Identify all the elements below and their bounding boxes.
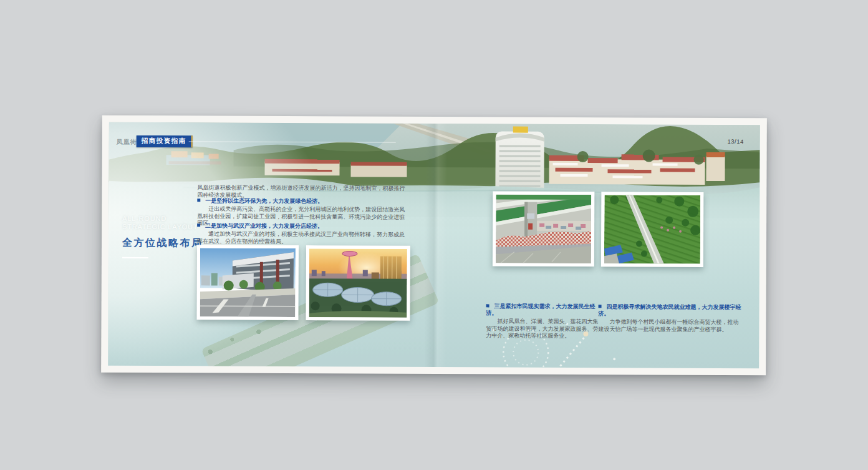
section-heading: 三是紧扣市民现实需求，大力发展民生经济。	[486, 303, 600, 317]
investment-guide-badge: 招商投资指南	[137, 135, 193, 147]
section-body: 抓好凤凰台、洋澜、菜园头、莲花四大集贸市场的建设和管理，大力发展家政服务、劳力中…	[486, 318, 599, 340]
page-number: 13/14	[727, 138, 743, 145]
title-underline	[122, 257, 148, 258]
bullet-square-icon	[197, 223, 200, 227]
section-body: 力争做到每个村民小组都有一幢综合商贸大楼，推动建设天怡广场等一批现代服务业聚集的…	[598, 318, 741, 333]
section-body: 通过加快与武汉产业的对接，积极主动承接武汉三产业向鄂州转移，努力形成总部在武汉、…	[197, 230, 405, 245]
bullet-square-icon	[599, 305, 602, 308]
section-branch-economy: 二是加快与武汉产业对接，大力发展分店经济。 通过加快与武汉产业的对接，积极主动承…	[197, 222, 405, 245]
bullet-square-icon	[197, 198, 200, 202]
photo-farmland-road	[601, 192, 704, 267]
section-heading-text: 四是积极寻求解决失地农民就业难题，大力发展楼宇经济。	[599, 303, 741, 316]
photo-sunset-plaza	[306, 245, 410, 321]
section-livelihood-economy: 三是紧扣市民现实需求，大力发展民生经济。 抓好凤凰台、洋澜、菜园头、莲花四大集贸…	[486, 303, 599, 340]
section-heading-text: 三是紧扣市民现实需求，大力发展民生经济。	[486, 303, 596, 316]
photo-industrial-park-street	[196, 245, 299, 320]
section-heading: 四是积极寻求解决失地农民就业难题，大力发展楼宇经济。	[599, 303, 742, 318]
spread-printed-area: 凤凰街道 招商投资指南 13/14 ALL-ROUND STRATEGIC LA…	[108, 122, 760, 369]
section-building-economy: 四是积极寻求解决失地农民就业难题，大力发展楼宇经济。 力争做到每个村民小组都有一…	[598, 303, 741, 333]
section-heading: 一是坚持以生态环保为先，大力发展绿色经济。	[197, 197, 405, 205]
bullet-square-icon	[486, 304, 489, 307]
brochure-spread: 凤凰街道 招商投资指南 13/14 ALL-ROUND STRATEGIC LA…	[101, 115, 767, 376]
photo-farmers-market	[493, 191, 595, 267]
section-heading-text: 一是坚持以生态环保为先，大力发展绿色经济。	[205, 197, 323, 204]
section-heading: 二是加快与武汉产业对接，大力发展分店经济。	[197, 222, 405, 230]
section-heading-text: 二是加快与武汉产业对接，大力发展分店经济。	[205, 222, 323, 229]
